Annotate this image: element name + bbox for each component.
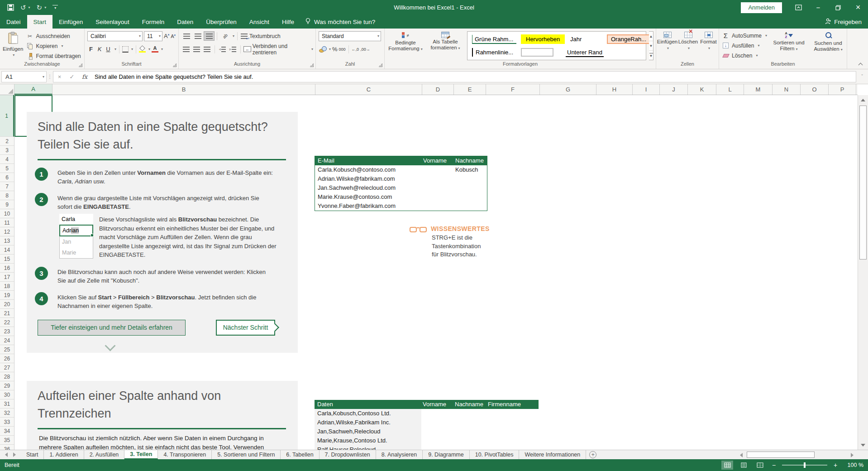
conditional-formatting-button[interactable]: ≠ BedingteFormatierung▾ bbox=[387, 30, 424, 61]
row-header[interactable]: 27 bbox=[0, 363, 14, 372]
accounting-format-icon[interactable] bbox=[319, 46, 326, 53]
ribbon-tab[interactable]: Hilfe bbox=[276, 15, 300, 29]
next-sheet-icon[interactable] bbox=[13, 452, 16, 457]
cell-style-chip[interactable] bbox=[518, 46, 563, 59]
data-table-row[interactable]: Ralf,Hauser,Relecloud bbox=[315, 445, 539, 450]
bold-button[interactable]: F bbox=[87, 46, 95, 53]
collapse-ribbon-icon[interactable] bbox=[858, 62, 863, 66]
cell-style-chip[interactable]: Jahr bbox=[564, 33, 604, 46]
row-header[interactable]: 6 bbox=[0, 173, 14, 182]
format-as-table-button[interactable]: Als Tabelleformatieren▾ bbox=[426, 30, 464, 61]
scroll-right-icon[interactable] bbox=[847, 450, 857, 460]
column-header[interactable]: E bbox=[454, 84, 486, 95]
header-vorname[interactable]: Vorname bbox=[423, 400, 446, 409]
gallery-down-icon[interactable]: ▼ bbox=[649, 41, 653, 51]
sheet-tab[interactable]: Start bbox=[21, 450, 44, 459]
row-header[interactable]: 11 bbox=[0, 218, 14, 227]
sign-in-button[interactable]: Anmelden bbox=[741, 2, 782, 13]
row-header[interactable]: 30 bbox=[0, 390, 14, 399]
enter-icon[interactable]: ✓ bbox=[66, 71, 78, 82]
ribbon-tab[interactable]: Daten bbox=[171, 15, 200, 29]
restore-button[interactable] bbox=[828, 0, 848, 15]
clear-button[interactable]: Löschen▾ bbox=[722, 51, 767, 60]
ribbon-tab[interactable]: Überprüfen bbox=[200, 15, 243, 29]
align-left-button[interactable] bbox=[181, 45, 191, 53]
row-header[interactable]: 3 bbox=[0, 146, 14, 155]
cell-style-chip[interactable]: OrangeRah... bbox=[604, 33, 644, 46]
font-size-select[interactable]: 11▾ bbox=[144, 31, 162, 41]
scroll-left-icon[interactable] bbox=[736, 450, 746, 460]
tell-me-box[interactable]: Was möchten Sie tun? bbox=[305, 15, 375, 29]
row-header[interactable]: 8 bbox=[0, 191, 14, 200]
sheet-tab[interactable]: 6. Tabellen bbox=[281, 450, 319, 459]
row-header[interactable]: 35 bbox=[0, 436, 14, 445]
ribbon-tab[interactable]: Einfügen bbox=[52, 15, 89, 29]
fill-button[interactable]: ↓Ausfüllen▾ bbox=[722, 41, 767, 50]
column-header[interactable]: O bbox=[801, 84, 829, 95]
zoom-level[interactable]: 100 % bbox=[844, 462, 863, 468]
dialog-launcher-icon[interactable] bbox=[379, 63, 382, 67]
paste-button[interactable]: Einfügen ▾ bbox=[3, 30, 23, 61]
close-button[interactable]: × bbox=[848, 0, 868, 15]
row-header[interactable]: 19 bbox=[0, 291, 14, 300]
row-header[interactable]: 32 bbox=[0, 409, 14, 418]
align-right-button[interactable] bbox=[203, 45, 212, 53]
italic-button[interactable]: K bbox=[96, 46, 103, 53]
decrease-decimal-button[interactable]: ,00→ bbox=[360, 47, 370, 52]
increase-decimal-button[interactable]: ←,0 bbox=[352, 47, 359, 52]
share-button[interactable]: Freigeben bbox=[825, 15, 868, 29]
header-vorname[interactable]: Vorname bbox=[423, 156, 447, 165]
cell-style-chip[interactable]: Grüne Rahm... bbox=[469, 33, 518, 46]
orientation-button[interactable]: ab bbox=[220, 32, 230, 40]
email-table-row[interactable]: Yvonne.Faber@fabrikam.com bbox=[315, 202, 487, 211]
borders-icon[interactable] bbox=[122, 46, 129, 53]
cell-carla[interactable]: Carla bbox=[59, 214, 93, 225]
row-header[interactable]: 16 bbox=[0, 264, 14, 273]
ribbon-tab[interactable]: Datei bbox=[0, 15, 27, 29]
align-middle-button[interactable] bbox=[193, 32, 203, 40]
row-header[interactable]: 23 bbox=[0, 327, 14, 336]
sheet-tab[interactable]: 9. Diagramme bbox=[423, 450, 470, 459]
minimize-button[interactable]: − bbox=[808, 0, 828, 15]
row-header[interactable]: 36 bbox=[0, 445, 14, 450]
increase-font-size-button[interactable]: A bbox=[164, 33, 169, 39]
row-header[interactable]: 14 bbox=[0, 245, 14, 255]
header-firmenname[interactable]: Firmenname bbox=[488, 400, 521, 409]
ribbon-display-options-icon[interactable] bbox=[788, 0, 808, 15]
cell-style-chip[interactable]: Unterer Rand bbox=[563, 46, 612, 59]
underline-dropdown[interactable]: ▾ bbox=[114, 47, 116, 51]
ribbon-tab[interactable]: Seitenlayout bbox=[89, 15, 135, 29]
previous-sheet-icon[interactable] bbox=[5, 452, 8, 457]
column-header[interactable]: G bbox=[540, 84, 596, 95]
row-header[interactable]: 25 bbox=[0, 345, 14, 354]
gallery-more-icon[interactable]: ▼ bbox=[649, 51, 653, 60]
customize-qat-icon[interactable]: ▾ bbox=[52, 5, 58, 10]
column-header[interactable]: I bbox=[633, 84, 660, 95]
header-daten[interactable]: Daten bbox=[317, 400, 333, 409]
header-email[interactable]: E-Mail bbox=[318, 156, 334, 165]
row-header[interactable]: 5 bbox=[0, 164, 14, 173]
align-center-button[interactable] bbox=[192, 45, 201, 53]
data-table-row[interactable]: Carla,Kobusch,Contoso Ltd. bbox=[315, 409, 539, 418]
page-break-view-icon[interactable] bbox=[754, 461, 766, 470]
next-step-button[interactable]: Nächster Schritt bbox=[216, 320, 275, 336]
header-nachname[interactable]: Nachname bbox=[455, 400, 483, 409]
column-header[interactable]: H bbox=[596, 84, 633, 95]
find-select-button[interactable]: Suchen undAuswählen▾ bbox=[811, 30, 846, 61]
save-icon[interactable] bbox=[7, 4, 14, 11]
cut-button[interactable]: ✂Ausschneiden bbox=[26, 31, 81, 41]
formula-bar-expand-icon[interactable]: ˇ bbox=[856, 74, 868, 79]
row-header[interactable]: 13 bbox=[0, 236, 14, 245]
number-format-select[interactable]: Standard▾ bbox=[319, 31, 381, 41]
sheet-tab[interactable]: 1. Addieren bbox=[44, 450, 84, 459]
column-header[interactable]: P bbox=[829, 84, 856, 95]
sheet-tab[interactable]: 8. Analysieren bbox=[376, 450, 423, 459]
header-nachname[interactable]: Nachname bbox=[455, 156, 484, 165]
ribbon-tab[interactable]: Start bbox=[27, 15, 53, 29]
increase-indent-button[interactable]: ▹ bbox=[228, 45, 237, 53]
select-all-corner[interactable] bbox=[0, 84, 14, 95]
underline-button[interactable]: U bbox=[105, 46, 112, 53]
row-header[interactable]: 12 bbox=[0, 227, 14, 236]
decrease-indent-button[interactable]: ◃ bbox=[218, 45, 227, 53]
format-cells-button[interactable]: Format▾ bbox=[699, 30, 718, 61]
